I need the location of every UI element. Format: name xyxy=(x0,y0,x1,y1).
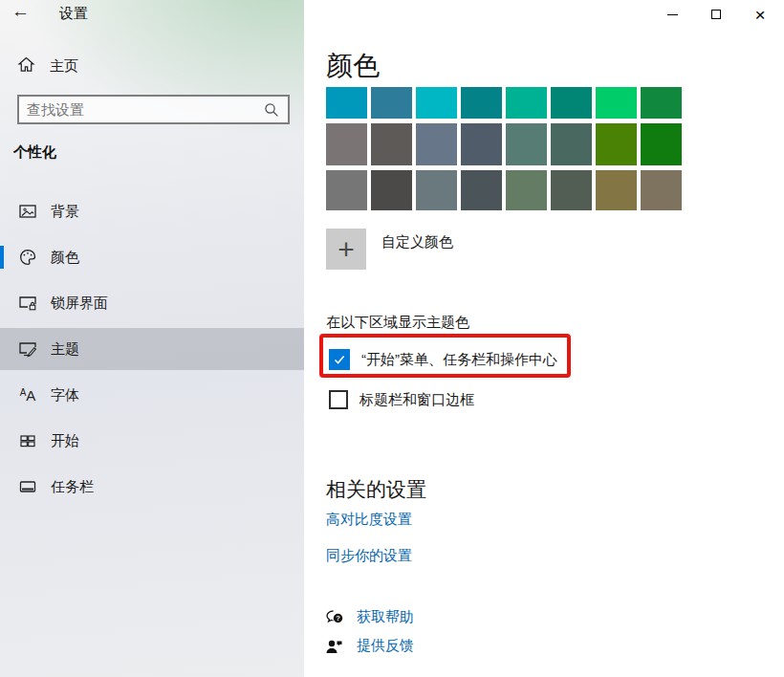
close-icon: × xyxy=(754,6,765,24)
sidebar-item-background[interactable]: 背景 xyxy=(0,190,304,232)
accent-color-swatch[interactable] xyxy=(506,87,547,119)
sidebar-item-fonts[interactable]: AA 字体 xyxy=(0,374,304,416)
get-help-icon: ? xyxy=(325,609,344,626)
accent-color-swatch[interactable] xyxy=(371,170,412,210)
page-title: 颜色 xyxy=(326,48,380,84)
sidebar-item-label: 开始 xyxy=(51,432,79,450)
search-icon[interactable] xyxy=(264,102,279,118)
sidebar-item-start[interactable]: 开始 xyxy=(0,420,304,462)
plus-icon: + xyxy=(338,235,355,264)
related-settings-heading: 相关的设置 xyxy=(326,476,426,503)
accent-color-swatch[interactable] xyxy=(641,87,682,119)
give-feedback-label: 提供反馈 xyxy=(357,637,414,655)
get-help-label: 获取帮助 xyxy=(357,608,414,626)
taskbar-icon xyxy=(17,477,38,496)
checked-checkbox-icon[interactable] xyxy=(329,349,350,370)
custom-color-label: 自定义颜色 xyxy=(381,233,453,251)
accent-color-swatch[interactable] xyxy=(326,87,367,119)
accent-color-swatch[interactable] xyxy=(596,123,637,165)
accent-color-swatch[interactable] xyxy=(596,87,637,119)
sidebar-item-label: 任务栏 xyxy=(51,478,94,496)
high-contrast-settings-link[interactable]: 高对比度设置 xyxy=(326,511,412,529)
accent-color-swatch[interactable] xyxy=(641,123,682,165)
themes-icon xyxy=(17,339,38,359)
sidebar-item-home[interactable]: 主页 xyxy=(17,55,78,77)
checkbox-start-taskbar-action-center[interactable]: “开始”菜单、任务栏和操作中心 xyxy=(329,349,557,370)
get-help-link[interactable]: ? 获取帮助 xyxy=(325,608,414,626)
accent-color-swatch[interactable] xyxy=(461,170,502,210)
accent-color-swatch[interactable] xyxy=(596,170,637,210)
custom-color-button[interactable]: + xyxy=(326,229,366,270)
accent-color-swatch[interactable] xyxy=(506,170,547,210)
sidebar: ← 设置 主页 个性化 背景 颜色 锁屏界面 主 xyxy=(0,0,304,677)
accent-color-swatch[interactable] xyxy=(551,123,592,165)
start-icon xyxy=(17,431,38,450)
accent-color-swatch[interactable] xyxy=(461,87,502,119)
sidebar-item-label: 主页 xyxy=(50,57,78,76)
give-feedback-link[interactable]: 提供反馈 xyxy=(325,637,414,655)
accent-color-swatch[interactable] xyxy=(326,123,367,165)
app-title: 设置 xyxy=(59,5,88,23)
back-button[interactable]: ← xyxy=(11,1,30,22)
sidebar-item-lock-screen[interactable]: 锁屏界面 xyxy=(0,282,304,324)
accent-color-swatch[interactable] xyxy=(326,170,367,210)
sidebar-item-label: 颜色 xyxy=(51,249,79,267)
maximize-icon xyxy=(711,10,721,19)
sidebar-item-label: 主题 xyxy=(51,340,79,359)
section-header-personalization: 个性化 xyxy=(13,143,56,162)
accent-color-swatch[interactable] xyxy=(551,170,592,210)
accent-color-swatch[interactable] xyxy=(461,123,502,165)
search-box[interactable] xyxy=(17,95,290,124)
sidebar-item-label: 背景 xyxy=(51,203,79,221)
background-image-icon xyxy=(17,202,38,221)
accent-color-swatch[interactable] xyxy=(416,123,457,165)
sidebar-item-label: 字体 xyxy=(51,386,79,404)
checkbox-title-bars-window-borders[interactable]: 标题栏和窗口边框 xyxy=(329,390,474,409)
minimize-button[interactable] xyxy=(650,0,694,29)
accent-surfaces-label: 在以下区域显示主题色 xyxy=(326,314,469,332)
unchecked-checkbox-icon[interactable] xyxy=(329,390,348,409)
sidebar-item-themes[interactable]: 主题 xyxy=(0,328,304,370)
settings-window: { "window": { "app_title": "设置", "back_g… xyxy=(0,0,784,677)
feedback-icon xyxy=(325,638,344,655)
accent-color-swatch[interactable] xyxy=(416,87,457,119)
titlebar: ← 设置 xyxy=(0,0,304,29)
fonts-icon: AA xyxy=(17,388,38,403)
search-input[interactable] xyxy=(19,101,264,118)
color-palette-icon xyxy=(17,248,38,267)
minimize-icon xyxy=(667,14,678,15)
sidebar-item-taskbar[interactable]: 任务栏 xyxy=(0,466,304,508)
accent-color-swatch[interactable] xyxy=(371,87,412,119)
accent-color-swatch[interactable] xyxy=(371,123,412,165)
checkbox-label: 标题栏和窗口边框 xyxy=(359,391,474,409)
svg-text:?: ? xyxy=(336,614,340,622)
home-icon xyxy=(17,55,35,77)
accent-color-grid xyxy=(326,87,682,210)
sidebar-item-colors[interactable]: 颜色 xyxy=(0,236,304,278)
window-controls: × xyxy=(650,0,782,29)
accent-color-swatch[interactable] xyxy=(416,170,457,210)
sync-your-settings-link[interactable]: 同步你的设置 xyxy=(326,547,412,565)
accent-color-swatch[interactable] xyxy=(641,170,682,210)
close-button[interactable]: × xyxy=(738,0,782,29)
checkbox-label: “开始”菜单、任务栏和操作中心 xyxy=(361,351,557,369)
lock-screen-icon xyxy=(17,294,38,313)
accent-color-swatch[interactable] xyxy=(506,123,547,165)
sidebar-item-label: 锁屏界面 xyxy=(51,295,108,313)
maximize-button[interactable] xyxy=(694,0,738,29)
accent-color-swatch[interactable] xyxy=(551,87,592,119)
